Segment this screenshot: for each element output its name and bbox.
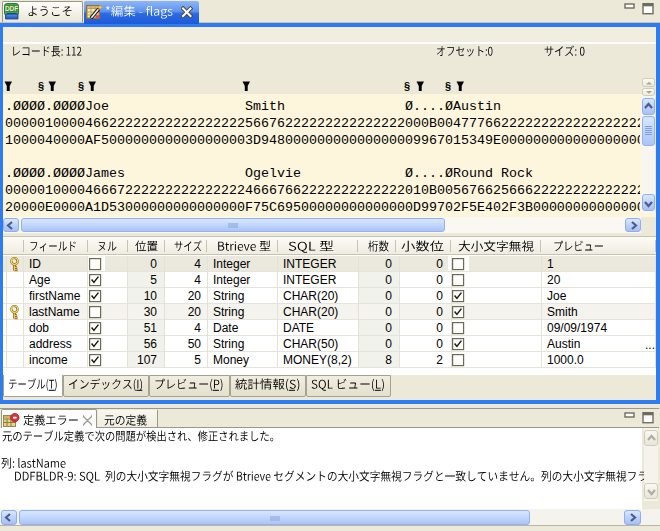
svg-text:DDF: DDF [5, 5, 18, 12]
